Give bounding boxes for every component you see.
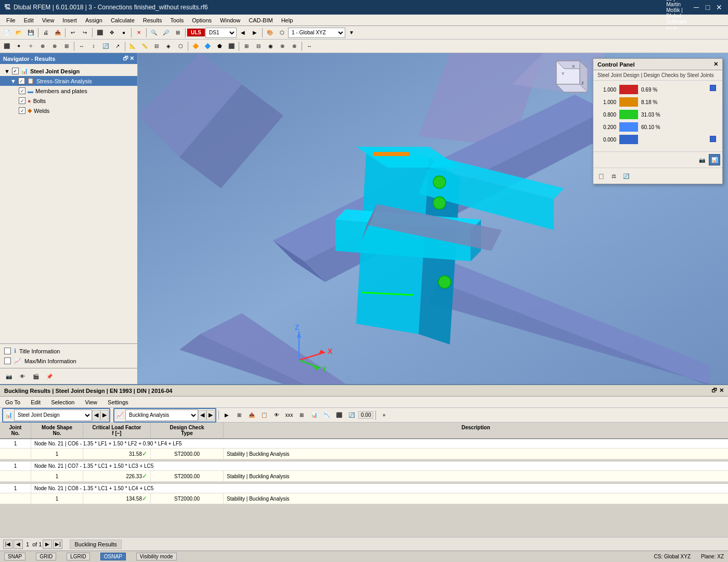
- osnap-btn[interactable]: OSNAP: [100, 553, 126, 560]
- design-prev[interactable]: ◀: [92, 410, 100, 420]
- cp-f2-1[interactable]: 📋: [595, 170, 607, 182]
- bt-pin[interactable]: 📌: [44, 371, 55, 382]
- tb2-4[interactable]: ⊕: [37, 41, 48, 52]
- nav-title-check[interactable]: [4, 348, 11, 354]
- tb-view-drop[interactable]: ▼: [346, 27, 357, 39]
- tb-wire[interactable]: ⬡: [276, 27, 288, 39]
- nav-stress-strain[interactable]: ▼ 📋 Stress-Strain Analysis: [0, 76, 137, 86]
- tb2-12[interactable]: 📏: [139, 41, 150, 52]
- tb-select[interactable]: ⬛: [94, 27, 106, 39]
- tb-save[interactable]: 💾: [25, 27, 36, 39]
- rm-goto[interactable]: Go To: [0, 398, 25, 406]
- cp-f2-3[interactable]: 🔄: [620, 170, 632, 182]
- close-button[interactable]: ✕: [714, 3, 724, 12]
- tb-print[interactable]: 🖨: [40, 27, 51, 39]
- tb-export[interactable]: 📤: [52, 27, 63, 39]
- tb2-11[interactable]: 📐: [127, 41, 138, 52]
- analysis-next[interactable]: ▶: [206, 410, 215, 420]
- r-tb-8[interactable]: 📊: [308, 410, 320, 421]
- tb2-9[interactable]: 🔄: [100, 41, 111, 52]
- bt-eye[interactable]: 👁: [17, 371, 28, 382]
- results-restore[interactable]: 🗗: [711, 387, 717, 394]
- menu-edit[interactable]: Edit: [20, 16, 38, 24]
- tb2-22[interactable]: ◉: [265, 41, 276, 52]
- menu-window[interactable]: Window: [216, 16, 244, 24]
- tb2-8[interactable]: ↕: [88, 41, 99, 52]
- cp-f2-2[interactable]: ⚖: [608, 170, 619, 182]
- tb2-2[interactable]: ✦: [13, 41, 24, 52]
- tb2-21[interactable]: ⊟: [253, 41, 264, 52]
- menu-results[interactable]: Results: [139, 16, 166, 24]
- design-combo[interactable]: Steel Joint Design: [14, 410, 92, 421]
- tb2-25[interactable]: ↔: [304, 41, 315, 52]
- tb-next[interactable]: ▶: [249, 27, 261, 39]
- tb-undo[interactable]: ↩: [67, 27, 79, 39]
- maximize-button[interactable]: □: [703, 3, 712, 12]
- analysis-combo[interactable]: Buckling Analysis: [125, 410, 198, 421]
- tb2-7[interactable]: ↔: [76, 41, 87, 52]
- tb-new[interactable]: 📄: [1, 27, 12, 39]
- nav-members-plates[interactable]: ▬ Members and plates: [0, 86, 137, 96]
- tb-move[interactable]: ✥: [106, 27, 118, 39]
- tb2-23[interactable]: ⊕: [277, 41, 288, 52]
- menu-help[interactable]: Help: [277, 16, 297, 24]
- tb-redo[interactable]: ↪: [79, 27, 90, 39]
- tb-render[interactable]: 🎨: [264, 27, 276, 39]
- tb-zoom-out[interactable]: 🔎: [160, 27, 172, 39]
- tb2-18[interactable]: ⬟: [214, 41, 225, 52]
- nav-bolts[interactable]: ● Bolts: [0, 96, 137, 106]
- nav-bolts-check[interactable]: [19, 97, 25, 104]
- menu-tools[interactable]: Tools: [166, 16, 188, 24]
- r-tb-6[interactable]: xxx: [283, 410, 295, 421]
- nav-close[interactable]: ✕: [129, 55, 134, 62]
- page-first[interactable]: |◀: [3, 540, 12, 549]
- tb2-10[interactable]: ↗: [112, 41, 123, 52]
- tb2-14[interactable]: ◈: [163, 41, 174, 52]
- nav-root[interactable]: ▼ 📊 Steel Joint Design: [0, 66, 137, 76]
- tb2-3[interactable]: ✧: [25, 41, 36, 52]
- page-prev[interactable]: ◀: [14, 540, 23, 549]
- page-last[interactable]: ▶|: [53, 540, 62, 549]
- nav-welds[interactable]: ◆ Welds: [0, 106, 137, 116]
- menu-cadbim[interactable]: CAD-BIM: [244, 16, 277, 24]
- tb2-5[interactable]: ⊗: [49, 41, 60, 52]
- r-tb-4[interactable]: 📋: [258, 410, 270, 421]
- nav-maxmin-info[interactable]: 📈 Max/Min Information: [3, 356, 134, 366]
- tb2-17[interactable]: 🔷: [202, 41, 213, 52]
- nav-welds-check[interactable]: [19, 107, 25, 114]
- nav-stress-check[interactable]: [18, 78, 25, 84]
- menu-calculate[interactable]: Calculate: [107, 16, 139, 24]
- snap-btn[interactable]: SNAP: [4, 553, 25, 560]
- nav-members-check[interactable]: [19, 87, 25, 94]
- tb-prev[interactable]: ◀: [237, 27, 249, 39]
- nav-title-info[interactable]: ℹ Title Information: [3, 346, 134, 356]
- tb-zoom-all[interactable]: ⊞: [172, 27, 184, 39]
- r-tb-1[interactable]: ▶: [221, 410, 232, 421]
- tb2-1[interactable]: ⬛: [1, 41, 12, 52]
- tb2-15[interactable]: ⬡: [175, 41, 186, 52]
- rm-selection[interactable]: Selection: [46, 398, 80, 406]
- menu-view[interactable]: View: [38, 16, 59, 24]
- cp-photo-btn[interactable]: 📷: [696, 154, 708, 165]
- orientation-cube[interactable]: Y X Z: [546, 58, 588, 100]
- tb2-13[interactable]: ⊟: [151, 41, 162, 52]
- design-next[interactable]: ▶: [100, 410, 109, 420]
- rm-view[interactable]: View: [80, 398, 102, 406]
- tb2-19[interactable]: ⬛: [226, 41, 237, 52]
- r-tb-more[interactable]: »: [378, 410, 389, 421]
- r-tb-2[interactable]: ⊞: [233, 410, 245, 421]
- nav-root-check[interactable]: [12, 68, 19, 74]
- tb-node[interactable]: ●: [118, 27, 129, 39]
- tb2-16[interactable]: 🔶: [190, 41, 201, 52]
- rm-settings[interactable]: Settings: [102, 398, 134, 406]
- bt-video[interactable]: 🎬: [30, 371, 42, 382]
- page-next[interactable]: ▶: [43, 540, 52, 549]
- visibility-btn[interactable]: Visibility mode: [136, 553, 177, 560]
- tb2-6[interactable]: ⊞: [61, 41, 72, 52]
- viewport-3d[interactable]: X Y Z Y X Z: [138, 53, 728, 384]
- cp-chart-btn[interactable]: 📊: [709, 154, 720, 165]
- results-close[interactable]: ✕: [719, 387, 724, 394]
- tb-zoom-in[interactable]: 🔍: [148, 27, 160, 39]
- grid-btn[interactable]: GRID: [36, 553, 56, 560]
- r-tb-7[interactable]: ⊞: [296, 410, 307, 421]
